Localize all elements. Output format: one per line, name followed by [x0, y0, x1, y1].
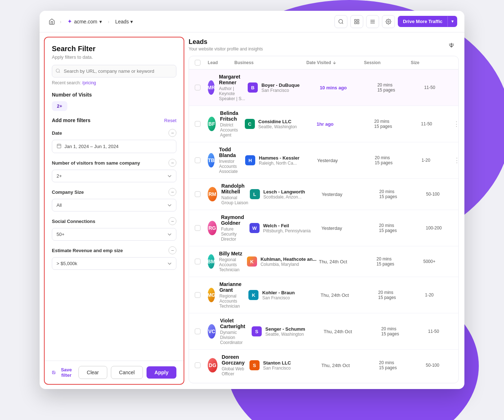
lead-avatar: VC	[208, 324, 216, 339]
row-more-button[interactable]: ⋮	[453, 84, 458, 91]
date-input[interactable]: Jan 1, 2024 – Jun 1, 2024	[52, 140, 176, 153]
revenue-label: Estimate Revenue and emp size	[52, 248, 123, 253]
lead-avatar: DG	[208, 358, 217, 372]
lead-info: Todd Blanda Investor Accounts Associate	[215, 147, 245, 174]
date-filter-header: Date −	[52, 129, 176, 137]
row-checkbox[interactable]	[195, 85, 208, 90]
row-checkbox[interactable]	[195, 191, 208, 197]
grid-view-button[interactable]	[350, 15, 363, 28]
row-checkbox[interactable]	[195, 121, 208, 127]
business-cell: L Lesch - Langworth Scottsdale, Arizon..…	[250, 189, 322, 200]
social-connections-select[interactable]: 50+ 10+ 100+	[52, 228, 176, 241]
table-row[interactable]: BF Belinda Fritsch District Accounts Age…	[189, 106, 458, 142]
lead-cell: VC Violet Cartwright Dynamic Division Co…	[208, 318, 252, 345]
site-name: acme.com	[74, 19, 98, 24]
session-time: 20 mins	[379, 223, 426, 228]
lead-title: National Group Liaison	[221, 195, 250, 205]
social-connections-remove-button[interactable]: −	[168, 217, 176, 225]
content-area: Search Filter Apply filters to data. Rec…	[40, 32, 464, 389]
table-row[interactable]: BM Billy Metz Regional Accounts Technici…	[189, 246, 458, 277]
row-more-button[interactable]: ⋮	[452, 258, 458, 265]
sort-button[interactable]	[446, 39, 457, 51]
revenue-select[interactable]: > $5,000k > $1,000k > $10,000k	[52, 257, 176, 270]
save-filter-button[interactable]: Save filter	[52, 367, 75, 378]
lead-info: Raymond Goldner Future Security Director	[217, 214, 249, 242]
company-size-select[interactable]: All 1-10 11-50 51-200	[52, 199, 176, 211]
th-date-visited[interactable]: Date Visited	[306, 60, 364, 65]
svg-rect-4	[355, 22, 356, 24]
date-visited: 10 mins ago	[320, 85, 377, 90]
row-checkbox[interactable]	[195, 292, 208, 298]
cancel-button[interactable]: Cancel	[111, 366, 143, 379]
row-checkbox[interactable]	[195, 259, 208, 264]
row-more-button[interactable]: ⋮	[450, 156, 458, 164]
home-icon[interactable]	[47, 17, 57, 27]
recent-search-link[interactable]: /pricing	[82, 80, 96, 85]
biz-location: San Francisco	[261, 88, 300, 93]
lead-name: Violet Cartwright	[220, 318, 252, 329]
date-visited: Yesterday	[322, 192, 379, 197]
lead-title: Author | Keynote Speaker | S...	[219, 86, 248, 101]
biz-logo: L	[250, 189, 260, 199]
date-visited: Yesterday	[321, 225, 379, 231]
search-button[interactable]	[334, 15, 347, 28]
row-checkbox[interactable]	[195, 225, 208, 231]
row-more-button[interactable]: ⋮	[450, 120, 458, 128]
leads-page-title: Leads	[189, 38, 263, 46]
session-cell: 20 mins 15 pages	[377, 82, 424, 93]
visitors-select[interactable]: 2+ 1+ 3+	[52, 170, 176, 182]
date-visited: Thu, 24th Oct	[324, 329, 381, 334]
session-pages: 15 pages	[377, 88, 424, 93]
apply-button[interactable]: Apply	[147, 366, 176, 379]
visitors-filter-row: Number of visitors from same company − 2…	[52, 159, 176, 182]
row-more-button[interactable]: ⋮	[455, 190, 458, 198]
biz-logo: K	[248, 290, 258, 300]
row-more-button[interactable]: ⋮	[455, 361, 458, 369]
lead-avatar: RG	[208, 221, 217, 235]
company-size-remove-button[interactable]: −	[168, 188, 176, 196]
add-more-filters-label: Add more filters	[52, 117, 90, 123]
row-checkbox[interactable]	[195, 362, 208, 368]
row-more-button[interactable]: ⋮	[455, 224, 458, 232]
list-view-button[interactable]	[366, 15, 379, 28]
lead-title: Dynamic Division Coordinator	[220, 330, 252, 345]
row-more-button[interactable]: ⋮	[454, 291, 458, 299]
lead-avatar: RM	[208, 187, 217, 201]
svg-point-9	[388, 21, 389, 22]
row-checkbox[interactable]	[195, 157, 208, 163]
filter-panel-body: Search Filter Apply filters to data. Rec…	[45, 37, 184, 361]
settings-button[interactable]	[382, 15, 395, 28]
session-time: 20 mins	[381, 326, 428, 331]
date-remove-button[interactable]: −	[168, 129, 176, 137]
revenue-remove-button[interactable]: −	[168, 246, 176, 254]
select-all-checkbox[interactable]	[195, 60, 208, 66]
date-visited: Thu, 24th Oct	[320, 292, 378, 298]
size-cell: 100-200	[426, 225, 455, 231]
drive-traffic-button[interactable]: Drive More Traffic ▾	[398, 16, 457, 27]
visitors-filter-label: Number of visitors from same company	[52, 160, 140, 166]
leads-breadcrumb[interactable]: Leads ▾	[112, 17, 136, 26]
table-row[interactable]: RG Raymond Goldner Future Security Direc…	[189, 210, 458, 246]
site-selector[interactable]: ✦ acme.com ▾	[64, 17, 105, 26]
clear-button[interactable]: Clear	[78, 366, 107, 379]
table-row[interactable]: VC Violet Cartwright Dynamic Division Co…	[189, 313, 458, 350]
search-input[interactable]	[52, 65, 176, 77]
row-checkbox[interactable]	[195, 329, 208, 334]
date-visited: Yesterday	[317, 158, 375, 163]
biz-info: Senger - Schumm Seattle, Washington	[265, 326, 305, 337]
row-more-button[interactable]: ⋮	[457, 327, 458, 335]
session-time: 20 mins	[378, 290, 425, 295]
filter-footer: Save filter Clear Cancel Apply	[45, 361, 184, 384]
breadcrumb-chevron-2: ›	[108, 19, 109, 24]
table-row[interactable]: MG Marianne Grant Regional Accounts Tech…	[189, 277, 458, 313]
biz-location: Columbia, Maryland	[261, 262, 316, 267]
table-row[interactable]: MR Margaret Renner Author | Keynote Spea…	[189, 70, 458, 106]
table-row[interactable]: TB Todd Blanda Investor Accounts Associa…	[189, 142, 458, 179]
table-row[interactable]: DG Doreen Gorczany Global Web Officer S …	[189, 350, 458, 381]
reset-button[interactable]: Reset	[164, 118, 176, 123]
leads-subtitle: Your website visitor profile and insight…	[189, 46, 263, 52]
table-row[interactable]: RM Randolph Mitchell National Group Liai…	[189, 179, 458, 210]
visitors-remove-button[interactable]: −	[168, 159, 176, 167]
session-time: 20 mins	[377, 256, 423, 262]
social-connections-filter-header: Social Connections −	[52, 217, 176, 225]
